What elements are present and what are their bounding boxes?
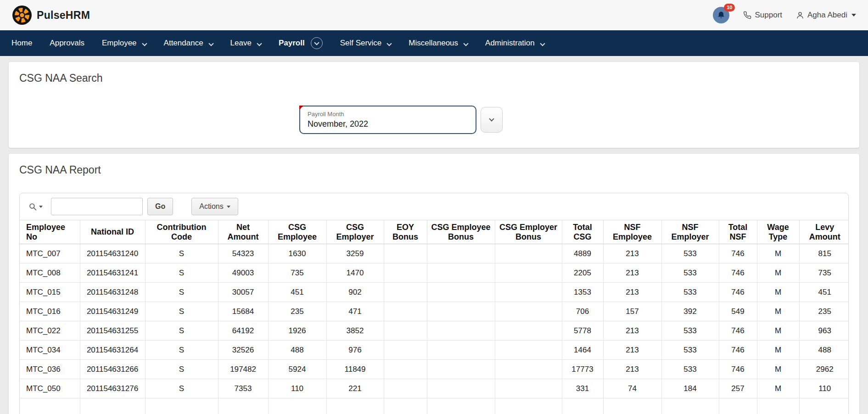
table-cell: 213 bbox=[603, 283, 661, 302]
table-cell: 110 bbox=[268, 379, 326, 398]
chevron-down-icon[interactable] bbox=[311, 37, 323, 49]
chevron-down-icon bbox=[257, 41, 262, 46]
column-header[interactable]: CSG Employee bbox=[268, 220, 326, 244]
go-button[interactable]: Go bbox=[147, 198, 173, 215]
nav-item-payroll[interactable]: Payroll bbox=[270, 30, 331, 56]
column-header[interactable]: EOY Bonus bbox=[384, 220, 427, 244]
user-menu-button[interactable]: Agha Abedi bbox=[796, 11, 856, 20]
table-cell: 5924 bbox=[268, 360, 326, 379]
nav-item-administration[interactable]: Administration bbox=[476, 30, 553, 56]
report-card: CSG NAA Report Go bbox=[9, 154, 859, 414]
chevron-down-icon bbox=[314, 40, 319, 45]
table-cell: 533 bbox=[661, 263, 719, 283]
nav-item-home[interactable]: Home bbox=[3, 30, 41, 56]
table-cell: 976 bbox=[326, 341, 384, 360]
column-header[interactable]: Total CSG bbox=[562, 220, 603, 244]
table-cell: 735 bbox=[799, 263, 849, 283]
nav-item-attendance[interactable]: Attendance bbox=[155, 30, 222, 56]
table-row: MTC_016201154631249S15684235471706157392… bbox=[20, 302, 849, 321]
payroll-month-label: Payroll Month bbox=[308, 111, 468, 118]
column-header[interactable]: CSG Employer Bonus bbox=[495, 220, 562, 244]
column-header[interactable]: CSG Employee Bonus bbox=[427, 220, 495, 244]
nav-item-leave[interactable]: Leave bbox=[222, 30, 270, 56]
table-cell: 963 bbox=[799, 321, 849, 341]
brand[interactable]: PulseHRM bbox=[12, 5, 90, 25]
topbar-right: 10 Support Agha Abedi bbox=[713, 7, 856, 23]
payroll-month-field[interactable]: Payroll Month November, 2022 bbox=[299, 106, 476, 134]
column-header[interactable]: NSF Employer bbox=[661, 220, 719, 244]
column-header[interactable]: National ID bbox=[80, 220, 145, 244]
table-cell: 746 bbox=[719, 283, 757, 302]
table-cell: S bbox=[145, 341, 218, 360]
table-cell: 533 bbox=[661, 283, 719, 302]
table-cell: S bbox=[145, 263, 218, 283]
table-cell bbox=[427, 379, 495, 398]
notifications-button[interactable]: 10 bbox=[713, 7, 729, 23]
table-cell bbox=[495, 302, 562, 321]
chevron-down-icon[interactable] bbox=[387, 39, 391, 48]
table-cell: S bbox=[145, 321, 218, 341]
column-header[interactable]: Wage Type bbox=[757, 220, 799, 244]
nav-item-self-service[interactable]: Self Service bbox=[331, 30, 400, 56]
caret-down-icon bbox=[227, 206, 230, 208]
chevron-down-icon[interactable] bbox=[541, 39, 544, 48]
column-header[interactable]: Contribution Code bbox=[145, 220, 218, 244]
chevron-down-icon[interactable] bbox=[209, 39, 213, 48]
table-cell: 54323 bbox=[218, 244, 268, 263]
table-cell: 2205 bbox=[562, 263, 603, 283]
column-header[interactable]: Levy Amount bbox=[799, 220, 849, 244]
table-cell: M bbox=[757, 341, 799, 360]
table-cell: 201154631248 bbox=[80, 283, 145, 302]
table-cell: 157 bbox=[603, 302, 661, 321]
table-cell bbox=[427, 321, 495, 341]
nav-item-employee[interactable]: Employee bbox=[93, 30, 155, 56]
table-cell: 49003 bbox=[218, 263, 268, 283]
chevron-down-icon bbox=[208, 41, 213, 46]
table-cell: MTC_022 bbox=[20, 321, 80, 341]
column-header[interactable]: Total NSF bbox=[719, 220, 757, 244]
chevron-down-icon[interactable] bbox=[143, 39, 146, 48]
table-cell bbox=[326, 398, 384, 414]
payroll-month-picker-button[interactable] bbox=[481, 107, 503, 133]
column-header[interactable]: CSG Employer bbox=[326, 220, 384, 244]
table-cell: 201154631266 bbox=[80, 360, 145, 379]
chevron-down-icon[interactable] bbox=[258, 39, 261, 48]
table-cell bbox=[562, 398, 603, 414]
table-cell: 221 bbox=[326, 379, 384, 398]
table-cell: S bbox=[145, 360, 218, 379]
table-row: MTC_015201154631248S30057451902135321353… bbox=[20, 283, 849, 302]
search-column-button[interactable] bbox=[25, 199, 46, 214]
nav-item-label: Employee bbox=[102, 39, 137, 48]
table-cell: MTC_016 bbox=[20, 302, 80, 321]
table-cell: 235 bbox=[268, 302, 326, 321]
table-cell: 533 bbox=[661, 321, 719, 341]
table-cell bbox=[661, 398, 719, 414]
search-card: CSG NAA Search Payroll Month November, 2… bbox=[9, 62, 859, 148]
table-cell: 451 bbox=[268, 283, 326, 302]
table-cell bbox=[384, 341, 427, 360]
nav-item-approvals[interactable]: Approvals bbox=[41, 30, 93, 56]
table-cell: 746 bbox=[719, 244, 757, 263]
table-cell bbox=[20, 398, 80, 414]
table-cell: 815 bbox=[799, 244, 849, 263]
chevron-down-icon[interactable] bbox=[464, 39, 468, 48]
table-cell bbox=[757, 398, 799, 414]
report-search-input[interactable] bbox=[51, 198, 143, 215]
table-cell: MTC_007 bbox=[20, 244, 80, 263]
nav-item-label: Administration bbox=[485, 39, 535, 48]
table-cell: 17773 bbox=[562, 360, 603, 379]
pulsehrm-logo-icon bbox=[12, 5, 32, 25]
table-cell bbox=[495, 398, 562, 414]
support-button[interactable]: Support bbox=[743, 11, 782, 20]
table-cell bbox=[384, 302, 427, 321]
column-header[interactable]: Employee No bbox=[20, 220, 80, 244]
table-cell: 235 bbox=[799, 302, 849, 321]
column-header[interactable]: Net Amount bbox=[218, 220, 268, 244]
actions-button[interactable]: Actions bbox=[191, 198, 238, 215]
table-cell: MTC_034 bbox=[20, 341, 80, 360]
main-content: CSG NAA Search Payroll Month November, 2… bbox=[0, 56, 868, 414]
table-row: MTC_007201154631240S54323163032594889213… bbox=[20, 244, 849, 263]
nav-item-miscellaneous[interactable]: Miscellaneous bbox=[400, 30, 476, 56]
table-cell: M bbox=[757, 379, 799, 398]
column-header[interactable]: NSF Employee bbox=[603, 220, 661, 244]
